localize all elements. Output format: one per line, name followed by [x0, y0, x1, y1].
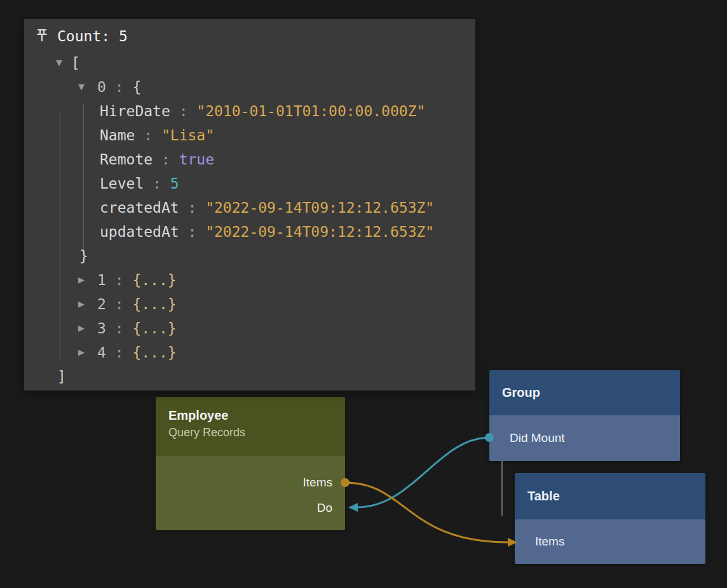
pin-icon[interactable]	[36, 28, 48, 43]
tree-row-text: Remote : true	[100, 147, 214, 171]
collapse-arrow-icon[interactable]: ▼	[78, 75, 85, 99]
port-table-items[interactable]: Items	[515, 519, 705, 564]
expand-arrow-icon[interactable]: ▶	[78, 316, 85, 340]
tree-row: Level : 5	[24, 171, 475, 196]
connection-items-to-table[interactable]	[345, 483, 508, 542]
tree-row: ▶1 : {...}	[24, 268, 475, 292]
tree-row: }	[24, 244, 475, 268]
port-did-mount[interactable]: Did Mount	[489, 415, 680, 461]
node-employee-header: Employee Query Records	[156, 397, 345, 456]
tree-row-text: 3 : {...}	[97, 316, 177, 340]
tree-row-text: 1 : {...}	[97, 268, 177, 292]
port-do[interactable]: Do	[156, 495, 345, 521]
node-title: Group	[489, 370, 680, 415]
expand-arrow-icon[interactable]: ▶	[78, 268, 85, 292]
tree-row-text: Name : "Lisa"	[100, 123, 214, 147]
tree-row: createdAt : "2022-09-14T09:12:12.653Z"	[24, 196, 475, 220]
collapse-arrow-icon[interactable]: ▼	[56, 51, 62, 75]
tree-row: ▶3 : {...}	[24, 316, 475, 340]
tree-row: Remote : true	[24, 147, 475, 171]
port-do-label: Do	[317, 501, 332, 514]
tree-row: Name : "Lisa"	[24, 123, 475, 147]
tree-row: ▼0 : {	[24, 75, 475, 99]
editor-canvas[interactable]: Count: 5 ▼[▼0 : {HireDate : "2010-01-01T…	[0, 0, 727, 588]
port-did-mount-label: Did Mount	[510, 431, 565, 444]
tree-row-text: 4 : {...}	[97, 340, 177, 364]
tree-row-text: }	[79, 244, 88, 268]
tree-row: updatedAt : "2022-09-14T09:12:12.653Z"	[24, 220, 475, 244]
tree-row-text: 2 : {...}	[97, 292, 177, 316]
tree-row-text: 0 : {	[97, 75, 141, 99]
node-table[interactable]: Table Items	[515, 473, 705, 564]
tree-row-text: Level : 5	[100, 171, 179, 196]
tree-row: HireDate : "2010-01-01T01:00:00.000Z"	[24, 99, 475, 123]
node-subtitle: Query Records	[168, 424, 345, 441]
expand-arrow-icon[interactable]: ▶	[78, 340, 85, 364]
tree-row-text: updatedAt : "2022-09-14T09:12:12.653Z"	[100, 220, 434, 244]
inspector-panel: Count: 5 ▼[▼0 : {HireDate : "2010-01-01T…	[24, 19, 475, 391]
node-employee-ports: Items Do	[156, 456, 345, 530]
arrowhead-do-icon	[348, 503, 358, 512]
tree-row: ▼[	[24, 51, 475, 75]
tree-row: ▶2 : {...}	[24, 292, 475, 316]
count-label: Count: 5	[57, 28, 128, 44]
port-items-label: Items	[303, 476, 332, 489]
node-employee[interactable]: Employee Query Records Items Do	[156, 397, 345, 530]
tree-row-text: HireDate : "2010-01-01T01:00:00.000Z"	[100, 99, 425, 123]
port-items[interactable]: Items	[156, 470, 345, 495]
connection-didmount-to-do[interactable]	[357, 438, 489, 507]
node-group[interactable]: Group Did Mount	[489, 370, 680, 461]
expand-arrow-icon[interactable]: ▶	[78, 292, 85, 316]
tree-row: ]	[24, 364, 475, 389]
tree-row-text: createdAt : "2022-09-14T09:12:12.653Z"	[100, 196, 434, 220]
json-tree: ▼[▼0 : {HireDate : "2010-01-01T01:00:00.…	[24, 51, 475, 389]
tree-row: ▶4 : {...}	[24, 340, 475, 364]
node-title: Employee	[168, 407, 345, 424]
port-table-items-label: Items	[535, 535, 564, 548]
tree-row-text: ]	[57, 364, 66, 389]
node-title: Table	[515, 473, 705, 519]
tree-row-text: [	[71, 51, 80, 75]
